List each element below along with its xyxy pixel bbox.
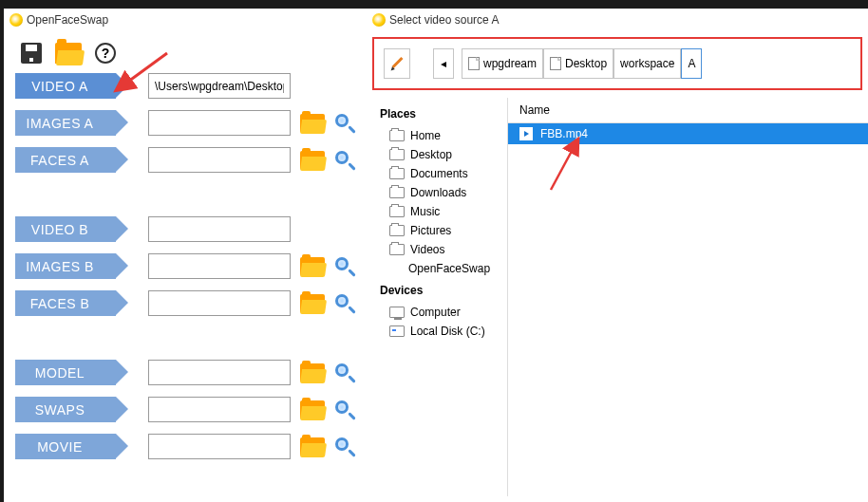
computer-icon <box>389 307 405 318</box>
file-row[interactable]: FBB.mp4 <box>508 123 868 144</box>
video-b-input[interactable] <box>148 216 291 242</box>
folder-icon[interactable] <box>300 400 325 419</box>
field-row-images-a: IMAGES A <box>4 104 367 141</box>
folder-icon <box>389 225 405 236</box>
images-a-button[interactable]: IMAGES A <box>15 110 116 136</box>
search-icon[interactable] <box>334 256 355 277</box>
app-icon <box>372 13 386 27</box>
places-item-label: Music <box>410 205 440 218</box>
field-row-faces-b: FACES B <box>4 285 367 322</box>
folder-icon <box>389 187 405 198</box>
video-a-input[interactable] <box>148 73 291 99</box>
breadcrumb-desktop[interactable]: Desktop <box>543 48 613 79</box>
places-item-label: OpenFaceSwap <box>408 262 490 275</box>
places-item-label: Pictures <box>410 224 451 237</box>
file-pane: Name FBB.mp4 <box>507 98 868 496</box>
file-dialog: Select video source A ◂ wpgdreamDesktopw… <box>367 9 868 502</box>
search-icon[interactable] <box>334 400 355 420</box>
places-item-label: Desktop <box>410 148 452 161</box>
open-folder-icon[interactable] <box>55 43 82 64</box>
search-icon[interactable] <box>334 363 355 383</box>
dialog-title: Select video source A <box>389 13 499 27</box>
faces-a-input[interactable] <box>148 147 291 173</box>
folder-icon <box>389 168 405 179</box>
swaps-input[interactable] <box>148 397 291 422</box>
breadcrumb-wpgdream[interactable]: wpgdream <box>462 48 543 79</box>
file-list-header[interactable]: Name <box>508 98 868 123</box>
help-icon[interactable]: ? <box>95 43 116 64</box>
places-item-desktop[interactable]: Desktop <box>376 145 498 164</box>
places-item-label: Documents <box>410 167 468 180</box>
places-item-home[interactable]: Home <box>376 126 498 145</box>
save-icon[interactable] <box>21 43 42 64</box>
places-item-label: Videos <box>410 243 444 256</box>
breadcrumb-workspace[interactable]: workspace <box>613 48 681 79</box>
drive-icon <box>389 325 405 337</box>
folder-icon[interactable] <box>300 151 325 170</box>
device-item-local-disk-c-[interactable]: Local Disk (C:) <box>376 322 498 341</box>
dialog-body: Places HomeDesktopDocumentsDownloadsMusi… <box>367 98 868 496</box>
field-row-model: MODEL <box>4 354 367 391</box>
folder-icon[interactable] <box>300 294 325 313</box>
devices-header: Devices <box>380 284 498 297</box>
toolbar: ? <box>4 31 367 67</box>
folder-icon <box>389 149 405 160</box>
edit-path-button[interactable] <box>384 48 410 79</box>
pencil-icon <box>390 57 404 70</box>
main-titlebar: OpenFaceSwap <box>4 9 367 31</box>
device-item-label: Local Disk (C:) <box>410 325 485 338</box>
device-item-label: Computer <box>410 306 461 319</box>
folder-icon[interactable] <box>300 257 325 276</box>
breadcrumb-bar: ◂ wpgdreamDesktopworkspaceA <box>372 37 862 90</box>
movie-button[interactable]: MOVIE <box>15 434 116 459</box>
field-row-faces-a: FACES A <box>4 141 367 178</box>
images-b-input[interactable] <box>148 253 291 279</box>
field-row-movie: MOVIE <box>4 428 367 465</box>
video-a-button[interactable]: VIDEO A <box>15 73 116 99</box>
folder-icon[interactable] <box>300 437 325 456</box>
breadcrumb-a[interactable]: A <box>681 48 702 79</box>
dialog-titlebar: Select video source A <box>367 9 868 31</box>
search-icon[interactable] <box>334 113 355 134</box>
search-icon[interactable] <box>334 293 355 314</box>
folder-icon <box>389 206 405 217</box>
model-button[interactable]: MODEL <box>15 360 116 385</box>
field-row-images-b: IMAGES B <box>4 248 367 285</box>
file-icon <box>468 57 480 70</box>
video-file-icon <box>519 127 533 140</box>
folder-icon <box>389 130 405 141</box>
places-item-label: Downloads <box>410 186 466 199</box>
places-item-label: Home <box>410 129 441 142</box>
main-window: OpenFaceSwap ? VIDEO AIMAGES AFACES A VI… <box>4 9 367 502</box>
places-item-documents[interactable]: Documents <box>376 164 498 183</box>
places-item-openfaceswap[interactable]: OpenFaceSwap <box>376 259 498 278</box>
model-input[interactable] <box>148 360 291 385</box>
search-icon[interactable] <box>334 150 355 171</box>
device-item-computer[interactable]: Computer <box>376 303 498 322</box>
swaps-button[interactable]: SWAPS <box>15 397 116 422</box>
folder-icon[interactable] <box>300 363 325 382</box>
breadcrumb-label: A <box>688 57 695 70</box>
places-panel: Places HomeDesktopDocumentsDownloadsMusi… <box>367 98 507 496</box>
images-b-button[interactable]: IMAGES B <box>15 253 116 279</box>
file-icon <box>550 57 561 70</box>
places-item-pictures[interactable]: Pictures <box>376 221 498 240</box>
places-header: Places <box>380 107 498 121</box>
faces-a-button[interactable]: FACES A <box>15 147 116 173</box>
nav-back-button[interactable]: ◂ <box>433 48 454 79</box>
breadcrumb-label: workspace <box>620 57 674 70</box>
images-a-input[interactable] <box>148 110 291 136</box>
video-b-button[interactable]: VIDEO B <box>15 216 116 242</box>
field-row-video-a: VIDEO A <box>4 67 367 104</box>
movie-input[interactable] <box>148 434 291 459</box>
faces-b-button[interactable]: FACES B <box>15 290 116 316</box>
places-item-music[interactable]: Music <box>376 202 498 221</box>
places-item-videos[interactable]: Videos <box>376 240 498 259</box>
main-title: OpenFaceSwap <box>27 13 108 27</box>
search-icon[interactable] <box>334 437 355 457</box>
places-item-downloads[interactable]: Downloads <box>376 183 498 202</box>
folder-icon[interactable] <box>300 114 325 133</box>
faces-b-input[interactable] <box>148 290 291 316</box>
field-row-swaps: SWAPS <box>4 391 367 428</box>
breadcrumb-label: Desktop <box>565 57 607 70</box>
